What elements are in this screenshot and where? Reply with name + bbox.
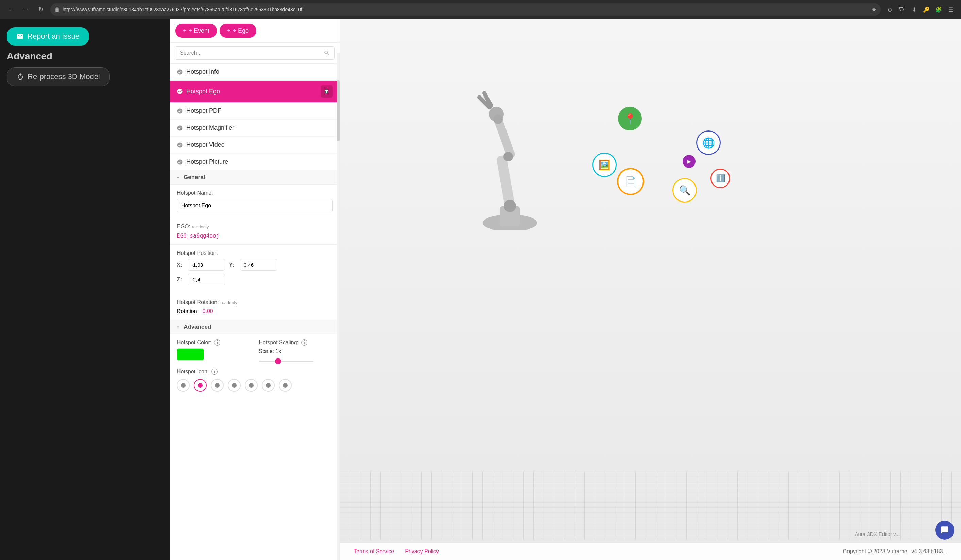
ego-value: EG0_sa9qg4ooj xyxy=(177,233,333,239)
ego-section: EGO: readonly EG0_sa9qg4ooj xyxy=(170,218,340,245)
hotspot-name-label: Hotspot Name: xyxy=(177,190,333,196)
url-text: https://www.vuframe.studio/e80134ab1cf09… xyxy=(63,7,302,12)
envelope-icon xyxy=(16,33,24,40)
delete-hotspot-ego-button[interactable]: 🗑 xyxy=(321,85,333,98)
refresh-button[interactable]: ↻ xyxy=(35,4,46,15)
refresh-3d-icon xyxy=(17,73,24,80)
color-preview[interactable] xyxy=(177,348,204,361)
color-info-icon[interactable]: i xyxy=(214,339,220,346)
scale-slider[interactable] xyxy=(259,361,313,362)
advanced-section-label: Advanced xyxy=(183,324,211,330)
icon-option-7[interactable] xyxy=(279,379,292,392)
footer-links: Terms of Service Privacy Policy xyxy=(354,549,439,555)
rotation-value: 0.00 xyxy=(202,308,213,314)
check-circle-picture-icon xyxy=(177,159,183,165)
pos-x-input[interactable] xyxy=(188,259,225,271)
hotspot-globe[interactable]: 🌐 xyxy=(696,130,721,155)
puzzle-icon[interactable]: 🧩 xyxy=(934,5,943,14)
position-label: Hotspot Position: xyxy=(177,250,333,256)
reprocess-button[interactable]: Re-process 3D Model xyxy=(7,67,110,86)
left-sidebar: Report an issue Advanced Re-process 3D M… xyxy=(0,19,170,560)
scale-block: Hotspot Scaling: i Scale: 1x xyxy=(259,339,333,363)
download-icon[interactable]: ⬇ xyxy=(910,5,919,14)
scrollbar-track[interactable] xyxy=(337,53,340,560)
icon-option-5[interactable] xyxy=(245,379,258,392)
readonly-badge: readonly xyxy=(192,224,209,229)
forward-button[interactable]: → xyxy=(20,4,31,15)
terms-link[interactable]: Terms of Service xyxy=(354,549,394,555)
browser-toolbar: ⊕ 🛡 ⬇ 🔑 🧩 ☰ xyxy=(885,5,956,14)
search-input[interactable] xyxy=(180,50,321,56)
x-label: X: xyxy=(177,262,183,268)
hotspot-info-label: Hotspot Info xyxy=(186,68,219,75)
editor-version-label: Aura 3D® Editor v... xyxy=(855,531,900,537)
icon-option-3[interactable] xyxy=(211,379,224,392)
ego-label: + Ego xyxy=(233,27,249,34)
password-icon[interactable]: 🔑 xyxy=(922,5,931,14)
panel-item-hotspot-info[interactable]: Hotspot Info xyxy=(170,64,340,80)
icon-info-icon[interactable]: i xyxy=(211,369,217,375)
hotspot-pdf-label: Hotspot PDF xyxy=(186,108,221,114)
advanced-section-header[interactable]: Advanced xyxy=(170,320,340,334)
scrollbar-thumb[interactable] xyxy=(337,80,340,141)
hotspot-video[interactable]: ▶ xyxy=(683,155,696,168)
panel: + + Event + + Ego Hotspot Info xyxy=(170,19,340,560)
chevron-down-general-icon xyxy=(175,175,181,180)
check-circle-video-icon xyxy=(177,142,183,148)
event-icon: + xyxy=(183,27,186,34)
hotspot-magnifier[interactable]: 🔍 xyxy=(672,178,697,202)
hotspot-pdf[interactable]: 📄 xyxy=(617,168,644,195)
reprocess-label: Re-process 3D Model xyxy=(27,72,100,81)
ego-plus-icon: + xyxy=(227,27,231,34)
hotspot-info[interactable]: ℹ️ xyxy=(710,168,730,188)
icon-option-1[interactable] xyxy=(177,379,190,392)
back-button[interactable]: ← xyxy=(5,4,16,15)
y-label: Y: xyxy=(229,262,236,268)
hotspot-magnifier-label: Hotspot Magnifier xyxy=(186,124,234,132)
footer-copyright: Copyright © 2023 Vuframe v4.3.63 b183... xyxy=(843,549,947,555)
event-label: + Event xyxy=(189,27,210,34)
chat-button[interactable] xyxy=(935,521,954,540)
advanced-label: Advanced xyxy=(7,51,163,62)
privacy-link[interactable]: Privacy Policy xyxy=(405,549,439,555)
hotspot-picture[interactable]: 🖼️ xyxy=(592,152,617,177)
icon-option-2-selected[interactable] xyxy=(194,379,207,392)
panel-item-hotspot-magnifier[interactable]: Hotspot Magnifier xyxy=(170,120,340,136)
panel-item-hotspot-pdf[interactable]: Hotspot PDF xyxy=(170,103,340,120)
icon-option-6[interactable] xyxy=(262,379,275,392)
scaling-info-icon[interactable]: i xyxy=(301,339,307,346)
lock-icon xyxy=(55,7,60,12)
address-bar[interactable]: https://www.vuframe.studio/e80134ab1cf09… xyxy=(50,3,881,16)
grid-floor xyxy=(340,472,961,540)
extensions-icon[interactable]: ⊕ xyxy=(885,5,894,14)
hotspot-name-input[interactable] xyxy=(177,199,333,212)
general-section-header[interactable]: General xyxy=(170,170,340,185)
rotation-name: Rotation xyxy=(177,308,197,314)
shield-icon[interactable]: 🛡 xyxy=(897,5,906,14)
panel-item-hotspot-picture[interactable]: Hotspot Picture xyxy=(170,154,340,170)
color-block: Hotspot Color: i xyxy=(177,339,251,361)
pos-y-input[interactable] xyxy=(240,259,277,271)
panel-item-hotspot-video[interactable]: Hotspot Video xyxy=(170,136,340,154)
ego-button[interactable]: + + Ego xyxy=(220,24,256,38)
icon-option-4[interactable] xyxy=(228,379,241,392)
icon-options-row xyxy=(177,379,333,392)
hotspot-picture-label: Hotspot Picture xyxy=(186,158,228,165)
panel-toolbar: + + Event + + Ego xyxy=(170,19,340,43)
report-issue-button[interactable]: Report an issue xyxy=(7,27,89,45)
star-icon xyxy=(871,7,877,12)
event-button[interactable]: + + Event xyxy=(175,24,217,38)
rotation-readonly-badge: readonly xyxy=(220,300,237,305)
rotation-field-label: Hotspot Rotation: readonly xyxy=(177,299,333,305)
panel-item-hotspot-ego[interactable]: Hotspot Ego 🗑 xyxy=(170,80,340,103)
pos-z-input[interactable] xyxy=(188,274,225,286)
browser-chrome: ← → ↻ https://www.vuframe.studio/e80134a… xyxy=(0,0,961,19)
scaling-label: Hotspot Scaling: i xyxy=(259,339,333,346)
report-issue-label: Report an issue xyxy=(27,32,80,41)
menu-icon[interactable]: ☰ xyxy=(946,5,956,14)
check-circle-pdf-icon xyxy=(177,108,183,114)
hotspot-green-pin[interactable]: 📍 xyxy=(618,107,642,130)
position-z-row: Z: xyxy=(177,274,333,286)
z-label: Z: xyxy=(177,277,183,283)
scale-value: Scale: 1x xyxy=(259,348,333,355)
